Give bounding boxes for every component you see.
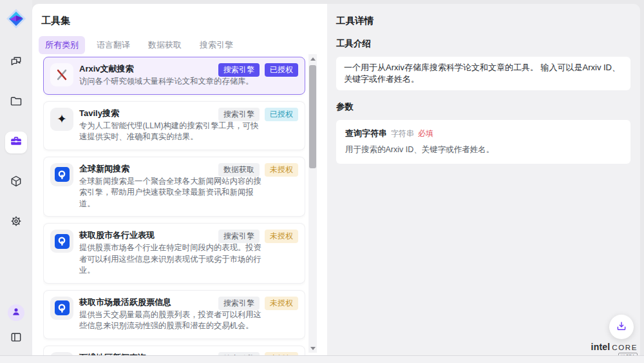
category-tab[interactable]: 语言翻译: [90, 36, 137, 54]
sidebar-item-tools[interactable]: [5, 132, 27, 153]
intro-text: 一个用于从Arxiv存储库搜索科学论文和文章的工具。 输入可以是Arxiv ID…: [336, 57, 630, 90]
tool-description: 全球新闻搜索是一个聚合全球各大新闻网站内容的搜索引擎，帮助用户快速获取全球最新资…: [79, 176, 263, 210]
arxiv-x-icon: [50, 63, 73, 86]
tool-badges: 搜索引擎未授权: [218, 297, 298, 310]
sidebar: [0, 0, 32, 356]
tool-list: Arxiv文献搜索访问各个研究领域大量科学论文和文章的存储库。搜索引擎已授权✦T…: [43, 57, 305, 356]
sidebar-item-chat[interactable]: [5, 52, 27, 74]
juhe-q-icon: [50, 163, 73, 186]
scroll-up-button[interactable]: [308, 54, 317, 63]
category-badge: 搜索引擎: [218, 230, 260, 243]
category-badge: 搜索引擎: [218, 63, 260, 77]
parameter-name: 查询字符串: [345, 128, 387, 138]
status-badge: 未授权: [265, 297, 298, 310]
tool-card[interactable]: Arxiv文献搜索访问各个研究领域大量科学论文和文章的存储库。搜索引擎已授权: [43, 57, 305, 95]
parameter-required-badge: 必填: [418, 129, 433, 138]
category-badge: 数据获取: [218, 163, 260, 177]
download-button[interactable]: [609, 315, 634, 339]
triangle-down-icon: [310, 347, 316, 350]
collapse-sidebar-button[interactable]: [8, 330, 24, 347]
tool-description: 提供当天交易量最高的股票列表，投资者可以利用这些信息来识别流动性强的股票和潜在的…: [79, 309, 263, 332]
cube-icon: [10, 175, 23, 190]
tool-badges: 搜索引擎已授权: [218, 108, 298, 121]
tool-badges: 数据获取未授权: [218, 163, 298, 177]
app-logo-icon: [6, 8, 26, 29]
tool-card[interactable]: ✦Tavily搜索专为人工智能代理(LLM)构建的搜索引擎工具，可快速提供实时、…: [43, 101, 305, 150]
parameter-description: 用于搜索的Arxiv ID、关键字或作者姓名。: [345, 144, 621, 155]
category-tab[interactable]: 所有类别: [39, 36, 85, 54]
intro-heading: 工具介绍: [336, 38, 630, 50]
status-badge: 未授权: [265, 230, 298, 243]
list-scrollbar[interactable]: [308, 54, 317, 353]
category-tabs: 所有类别语言翻译数据获取搜索引擎: [39, 36, 240, 54]
tool-card[interactable]: 获取股市各行业表现提供股票市场各个行业在特定时间段内的表现。投资者可以利用这些信…: [43, 223, 305, 284]
sidebar-item-models[interactable]: [5, 172, 27, 193]
category-tab[interactable]: 搜索引擎: [193, 36, 240, 54]
detail-title: 工具详情: [336, 15, 630, 27]
collapse-panel-icon: [10, 331, 23, 346]
status-badge: 已授权: [265, 108, 298, 121]
parameter-header: 查询字符串字符串必填: [345, 128, 621, 139]
params-heading: 参数: [336, 101, 630, 113]
tool-description: 专为人工智能代理(LLM)构建的搜索引擎工具，可快速提供实时、准确和真实的结果。: [79, 121, 263, 143]
tool-description: 提供股票市场各个行业在特定时间段内的表现。投资者可以利用这些信息来识别表现优于或…: [79, 242, 263, 277]
gear-icon: [10, 215, 23, 230]
tool-badges: 搜索引擎未授权: [218, 230, 298, 243]
user-avatar-icon: [11, 306, 21, 319]
toolset-title: 工具集: [41, 15, 70, 27]
triangle-up-icon: [310, 57, 316, 61]
category-badge: 搜索引擎: [218, 297, 260, 310]
juhe-q-icon: [50, 297, 73, 320]
tool-card[interactable]: 万维地区新闻查询查询具体行政区划内的新闻，快速了解各地新闻动搜索引擎未授权: [43, 346, 305, 357]
sidebar-item-files[interactable]: [5, 92, 27, 113]
chat-icon: [10, 55, 23, 70]
toolbox-icon: [10, 135, 23, 150]
category-tab[interactable]: 数据获取: [142, 36, 188, 54]
tool-description: 访问各个研究领域大量科学论文和文章的存储库。: [79, 76, 263, 88]
window-bottom-edge: [0, 355, 644, 363]
scroll-down-button[interactable]: [308, 344, 317, 353]
sidebar-item-settings[interactable]: [5, 211, 27, 233]
juhe-q-icon: [50, 230, 73, 253]
tool-card[interactable]: 全球新闻搜索全球新闻搜索是一个聚合全球各大新闻网站内容的搜索引擎，帮助用户快速获…: [43, 157, 305, 217]
tool-badges: 搜索引擎已授权: [218, 63, 298, 77]
app-window: 工具集 所有类别语言翻译数据获取搜索引擎 Arxiv文献搜索访问各个研究领域大量…: [0, 0, 644, 363]
tool-detail-panel: 工具详情 工具介绍 一个用于从Arxiv存储库搜索科学论文和文章的工具。 输入可…: [327, 4, 640, 356]
toolset-panel: 工具集 所有类别语言翻译数据获取搜索引擎 Arxiv文献搜索访问各个研究领域大量…: [32, 4, 327, 356]
intel-wordmark: intel: [591, 342, 611, 351]
tavily-star-icon: ✦: [50, 108, 73, 131]
scrollbar-thumb[interactable]: [309, 65, 316, 168]
status-badge: 未授权: [265, 163, 298, 177]
parameter-type: 字符串: [391, 129, 414, 138]
parameter-card: 查询字符串字符串必填 用于搜索的Arxiv ID、关键字或作者姓名。: [336, 120, 630, 164]
sidebar-nav: [0, 52, 32, 233]
tool-card[interactable]: 获取市场最活跃股票信息提供当天交易量最高的股票列表，投资者可以利用这些信息来识别…: [43, 290, 305, 339]
status-badge: 已授权: [265, 63, 298, 77]
category-badge: 搜索引擎: [218, 108, 260, 121]
core-wordmark: core: [612, 344, 638, 352]
folder-icon: [10, 95, 23, 110]
sidebar-bottom: [0, 304, 32, 347]
user-avatar[interactable]: [8, 304, 24, 321]
download-icon: [616, 320, 627, 334]
